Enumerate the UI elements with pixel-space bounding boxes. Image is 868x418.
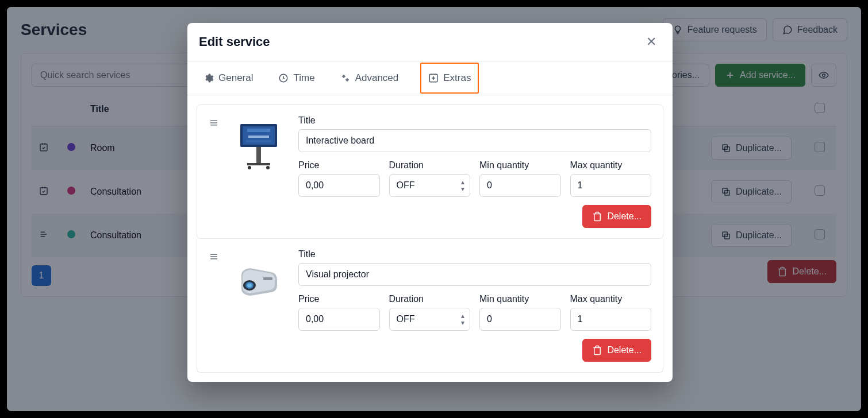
drag-handle-icon[interactable] — [209, 115, 219, 130]
tab-extras[interactable]: Extras — [420, 63, 479, 94]
modal-title: Edit service — [199, 34, 270, 49]
extra-title-input[interactable] — [298, 263, 651, 286]
max-qty-input[interactable] — [570, 308, 652, 331]
duration-select[interactable] — [389, 308, 471, 331]
delete-extra-button[interactable]: Delete... — [582, 205, 651, 228]
svg-point-24 — [247, 284, 252, 288]
svg-rect-15 — [247, 129, 270, 132]
extra-item: TitlePriceDuration▴▾Min quantityMax quan… — [197, 239, 663, 373]
clock-icon — [278, 73, 289, 83]
extra-item: TitlePriceDuration▴▾Min quantityMax quan… — [197, 104, 663, 239]
svg-rect-16 — [248, 136, 269, 138]
svg-point-20 — [248, 166, 251, 169]
svg-point-11 — [345, 79, 348, 82]
plus-square-icon — [428, 73, 439, 83]
tab-time[interactable]: Time — [275, 61, 318, 95]
min-qty-label: Min quantity — [479, 294, 561, 304]
delete-extra-button[interactable]: Delete... — [582, 339, 651, 362]
title-label: Title — [298, 249, 651, 260]
edit-service-modal: Edit service ✕ General Time Advanced Ext… — [187, 23, 673, 382]
max-qty-input[interactable] — [570, 174, 652, 197]
trash-icon — [592, 345, 602, 355]
svg-point-21 — [266, 166, 270, 169]
trash-icon — [592, 211, 602, 222]
price-input[interactable] — [298, 174, 380, 197]
extra-thumbnail[interactable] — [227, 249, 290, 312]
extra-title-input[interactable] — [298, 129, 651, 152]
price-input[interactable] — [298, 308, 380, 331]
tab-advanced[interactable]: Advanced — [337, 61, 402, 95]
gear-icon — [203, 73, 214, 83]
duration-label: Duration — [389, 294, 471, 304]
min-qty-input[interactable] — [479, 174, 561, 197]
price-label: Price — [298, 160, 380, 171]
extra-thumbnail[interactable] — [227, 115, 290, 179]
gears-icon — [340, 73, 351, 83]
svg-rect-25 — [263, 277, 272, 280]
duration-label: Duration — [389, 160, 471, 171]
max-qty-label: Max quantity — [570, 294, 652, 304]
duration-select[interactable] — [389, 174, 471, 197]
drag-handle-icon[interactable] — [209, 249, 219, 264]
title-label: Title — [298, 115, 651, 126]
close-icon[interactable]: ✕ — [642, 32, 661, 52]
tab-general[interactable]: General — [200, 61, 256, 95]
svg-point-10 — [342, 75, 345, 78]
svg-rect-18 — [256, 147, 261, 163]
svg-rect-17 — [246, 140, 271, 142]
svg-rect-19 — [247, 163, 270, 165]
min-qty-input[interactable] — [479, 308, 561, 331]
price-label: Price — [298, 294, 380, 304]
min-qty-label: Min quantity — [479, 160, 561, 171]
max-qty-label: Max quantity — [570, 160, 652, 171]
